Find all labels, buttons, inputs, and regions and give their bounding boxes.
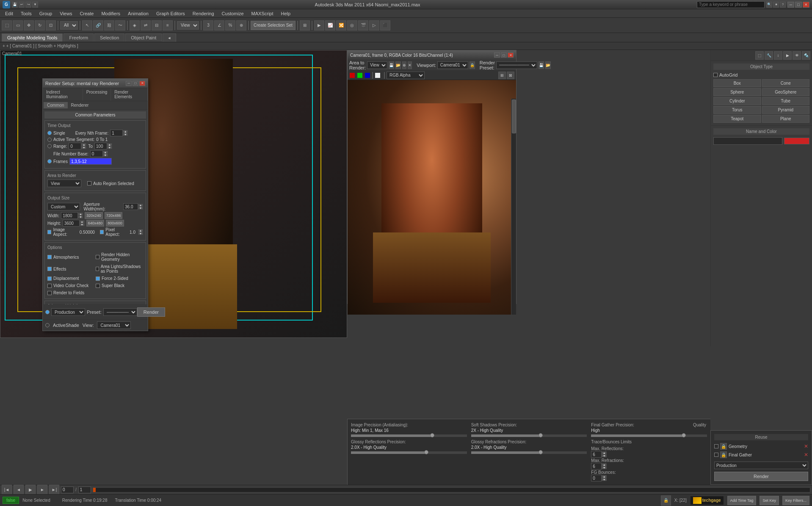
fg-bounces-up[interactable]: ▲ bbox=[602, 475, 607, 478]
range-to-spinner[interactable]: ▲ ▼ bbox=[94, 143, 112, 149]
geometry-x-btn[interactable]: ✕ bbox=[804, 443, 808, 449]
range-radio[interactable] bbox=[47, 144, 52, 148]
menu-views[interactable]: Views bbox=[56, 10, 75, 17]
cam-delete-btn[interactable]: ✕ bbox=[408, 61, 412, 69]
timeline-prev[interactable]: ◄ bbox=[14, 485, 24, 495]
range-from-up[interactable]: ▲ bbox=[81, 143, 86, 146]
cam-preset-open[interactable]: 📂 bbox=[545, 61, 551, 69]
glossy-refract-slider[interactable] bbox=[471, 451, 587, 454]
image-precision-thumb[interactable] bbox=[430, 433, 434, 437]
preset-720x486[interactable]: 720x486 bbox=[105, 212, 123, 219]
modeling-tab-freeform[interactable]: Freeform bbox=[64, 33, 94, 41]
modeling-tab-selection[interactable]: Selection bbox=[94, 33, 124, 41]
play-btn[interactable]: ▶ bbox=[314, 20, 324, 30]
soft-shadows-thumb[interactable] bbox=[539, 433, 543, 437]
cam-zoom-btn[interactable]: ⊞ bbox=[498, 72, 506, 79]
help-search-btn[interactable]: 🔍 bbox=[766, 2, 772, 8]
cylinder-btn[interactable]: Cylinder bbox=[713, 97, 761, 105]
schematic-btn[interactable]: 🔀 bbox=[336, 20, 346, 30]
align-btn[interactable]: ⊟ bbox=[152, 20, 162, 30]
geometry-reuse-cb[interactable] bbox=[714, 444, 718, 448]
cam-save-btn[interactable]: 💾 bbox=[389, 61, 394, 69]
pyramid-btn[interactable]: Pyramid bbox=[762, 106, 810, 114]
false-button[interactable]: false bbox=[3, 497, 19, 504]
3d-snap[interactable]: 3 bbox=[203, 20, 213, 30]
fg-bounces-down[interactable]: ▼ bbox=[602, 478, 607, 481]
modify-panel-btn[interactable]: 🔧 bbox=[765, 51, 773, 60]
render-button[interactable]: Render bbox=[137, 307, 165, 317]
glossy-reflect-slider[interactable] bbox=[351, 451, 467, 454]
tube-btn[interactable]: Tube bbox=[762, 97, 810, 105]
bind-space-warp[interactable]: 〜 bbox=[115, 20, 125, 30]
restore-btn[interactable]: □ bbox=[795, 2, 802, 8]
modeling-tab-objectpaint[interactable]: Object Paint bbox=[125, 33, 162, 41]
range-from-down[interactable]: ▼ bbox=[81, 146, 86, 149]
quick-access-btn[interactable]: 💾 bbox=[12, 2, 18, 8]
curve-editor-btn[interactable]: 📈 bbox=[325, 20, 335, 30]
height-up[interactable]: ▲ bbox=[80, 220, 85, 223]
width-down[interactable]: ▼ bbox=[78, 216, 83, 218]
current-frame-input[interactable] bbox=[61, 487, 74, 493]
file-num-up[interactable]: ▲ bbox=[103, 151, 108, 154]
object-name-input[interactable] bbox=[713, 137, 782, 145]
config-btn[interactable]: ▼ bbox=[32, 2, 38, 8]
max-refract-down[interactable]: ▼ bbox=[602, 466, 607, 469]
max-reflect-spinner[interactable]: ▲ ▼ bbox=[591, 451, 624, 458]
preset-640x480[interactable]: 640x480 bbox=[86, 220, 105, 227]
red-channel-btn[interactable] bbox=[349, 72, 355, 78]
active-time-radio[interactable] bbox=[47, 138, 52, 142]
cam-copy-btn[interactable]: ⊕ bbox=[402, 61, 406, 69]
geosphere-btn[interactable]: GeoSphere bbox=[762, 88, 810, 96]
single-radio[interactable] bbox=[47, 131, 52, 135]
force-2sided-cb[interactable] bbox=[96, 277, 100, 281]
motion-btn[interactable]: ▶ bbox=[783, 51, 792, 60]
hierarchy-btn[interactable]: ↕ bbox=[774, 51, 782, 60]
white-channel-btn[interactable] bbox=[375, 72, 381, 78]
final-gather-thumb[interactable] bbox=[682, 433, 686, 437]
render-btn-toolbar[interactable]: ▷ bbox=[369, 20, 379, 30]
super-black-cb[interactable] bbox=[96, 284, 100, 288]
area-render-dropdown[interactable]: View bbox=[47, 180, 81, 187]
video-color-cb[interactable] bbox=[47, 284, 52, 288]
total-frames-input[interactable] bbox=[78, 487, 91, 493]
spinner-up[interactable]: ▲ bbox=[123, 130, 128, 133]
fg-reuse-cb[interactable] bbox=[714, 453, 718, 457]
height-spinner[interactable]: ▲ ▼ bbox=[63, 220, 85, 227]
production-radio[interactable] bbox=[45, 310, 50, 314]
scale-btn[interactable]: ⊡ bbox=[46, 20, 56, 30]
view-dropdown-footer[interactable]: Camera01 bbox=[97, 321, 131, 329]
sphere-btn[interactable]: Sphere bbox=[713, 88, 761, 96]
render-setup-toolbar-btn[interactable]: 🎬 bbox=[358, 20, 368, 30]
file-number-spinner[interactable]: ▲ ▼ bbox=[90, 150, 108, 157]
box-btn[interactable]: Box bbox=[713, 79, 761, 87]
timeline-next[interactable]: ► bbox=[37, 485, 47, 495]
menu-animation[interactable]: Animation bbox=[124, 10, 152, 17]
quick-align[interactable]: ≡ bbox=[163, 20, 173, 30]
cam-open-btn[interactable]: 📂 bbox=[395, 61, 401, 69]
add-time-tag-btn[interactable]: Add Time Tag bbox=[727, 496, 757, 505]
search-input[interactable] bbox=[697, 1, 765, 8]
pixel-aspect-up[interactable]: ▲ bbox=[138, 229, 143, 232]
menu-create[interactable]: Create bbox=[76, 10, 97, 17]
modeling-tab-graphite[interactable]: Graphite Modeling Tools bbox=[2, 33, 63, 41]
aperture-spinner[interactable]: ▲ ▼ bbox=[123, 203, 143, 210]
panel-minimize[interactable]: ─ bbox=[126, 81, 132, 86]
output-size-dropdown[interactable]: Custom bbox=[47, 203, 80, 210]
mirror-btn[interactable]: ⇌ bbox=[141, 20, 151, 30]
width-up[interactable]: ▲ bbox=[78, 213, 83, 216]
rotate-btn[interactable]: ↻ bbox=[35, 20, 45, 30]
display-btn[interactable]: 👁 bbox=[793, 51, 801, 60]
render-fields-cb[interactable] bbox=[47, 291, 52, 295]
menu-tools[interactable]: Tools bbox=[17, 10, 35, 17]
menu-maxscript[interactable]: MAXScript bbox=[248, 10, 277, 17]
subtab-renderer[interactable]: Renderer bbox=[68, 102, 92, 108]
pixel-aspect-down[interactable]: ▼ bbox=[138, 232, 143, 235]
preset-320x240[interactable]: 320x240 bbox=[85, 212, 103, 219]
angle-snap[interactable]: ∠ bbox=[214, 20, 224, 30]
max-reflect-up[interactable]: ▲ bbox=[602, 451, 607, 454]
lock-btn-status[interactable]: 🔒 bbox=[661, 495, 671, 506]
spinner-snap[interactable]: ⊕ bbox=[236, 20, 246, 30]
aperture-down[interactable]: ▼ bbox=[138, 207, 143, 210]
reuse-render-btn[interactable]: Render bbox=[714, 472, 808, 481]
panel-restore[interactable]: □ bbox=[133, 81, 138, 86]
